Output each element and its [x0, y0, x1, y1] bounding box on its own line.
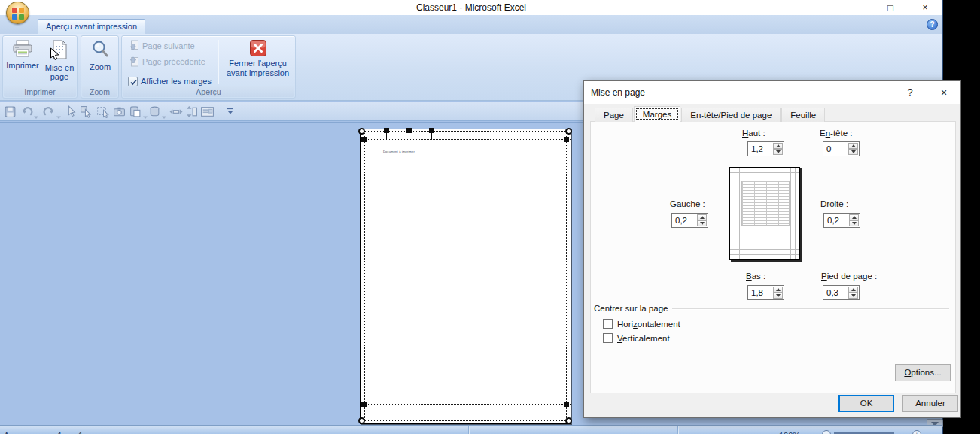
print-button-label: Imprimer: [6, 61, 38, 71]
margin-handle-circle[interactable]: [565, 128, 572, 135]
tab-apercu-avant-impression[interactable]: Aperçu avant impression: [38, 19, 145, 34]
bottom-margin-line[interactable]: [361, 404, 571, 405]
header-margin-line[interactable]: [361, 139, 571, 140]
footer-margin-spinner[interactable]: 0,3: [823, 285, 860, 300]
redo-dropdown-icon[interactable]: [56, 110, 62, 116]
options-button[interactable]: Options...: [895, 364, 951, 381]
column-handle[interactable]: [384, 128, 389, 133]
office-button[interactable]: [6, 2, 29, 24]
close-preview-label: Fermer l'aperçu avant impression: [221, 59, 295, 78]
horizontal-checkbox[interactable]: Horizontalement: [603, 319, 680, 329]
ribbon-group-apercu: Page suivante Page précédente Afficher l…: [121, 35, 296, 99]
column-width-icon[interactable]: [169, 105, 184, 118]
maximize-icon[interactable]: □: [873, 0, 908, 15]
shape-cylinder-icon[interactable]: [148, 105, 161, 118]
column-handle[interactable]: [406, 128, 412, 133]
close-print-preview-button[interactable]: Fermer l'aperçu avant impression: [221, 38, 295, 87]
close-icon[interactable]: ×: [908, 0, 942, 15]
paste-dropdown-icon[interactable]: [142, 110, 148, 116]
horizontal-checkbox-label: Horizontalement: [617, 320, 680, 329]
margin-handle-square[interactable]: [564, 137, 569, 142]
select-objects-icon[interactable]: [80, 105, 93, 118]
prev-page-button[interactable]: Page précédente: [128, 56, 205, 68]
spin-down-icon[interactable]: [773, 149, 783, 155]
margin-handle-square[interactable]: [564, 402, 569, 407]
top-margin-line[interactable]: [361, 131, 571, 132]
spin-down-icon[interactable]: [697, 220, 707, 226]
minimize-icon[interactable]: —: [838, 0, 873, 15]
ribbon-group-imprimer: Imprimer Mise en page: [2, 35, 78, 99]
left-margin-value[interactable]: 0,2: [672, 214, 696, 227]
footer-margin-value[interactable]: 0,3: [823, 286, 848, 299]
top-margin-value[interactable]: 1,2: [748, 142, 772, 156]
show-margins-checkbox[interactable]: Afficher les marges: [128, 75, 212, 87]
tab-feuille[interactable]: Feuille: [781, 108, 825, 122]
column-handle-stem: [431, 133, 432, 140]
right-margin-spinner[interactable]: 0,2: [823, 213, 860, 228]
zoom-in-icon[interactable]: +: [912, 430, 921, 434]
zoom-button[interactable]: Zoom: [83, 38, 117, 71]
spin-down-icon[interactable]: [849, 220, 859, 226]
paste-picture-icon[interactable]: [129, 105, 142, 118]
center-on-page-label: Centrer sur la page: [594, 304, 672, 313]
spin-down-icon[interactable]: [773, 293, 783, 299]
dialog-titlebar[interactable]: Mise en page ? ×: [584, 81, 960, 104]
vertical-checkbox-label: Verticalement: [617, 334, 670, 343]
zoom-out-icon[interactable]: –: [822, 430, 831, 434]
spin-up-icon[interactable]: [848, 287, 858, 293]
print-button[interactable]: Imprimer: [5, 38, 40, 70]
status-zoom-value[interactable]: 100%: [779, 431, 800, 434]
cancel-button[interactable]: Annuler: [902, 395, 958, 412]
top-margin-spinner[interactable]: 1,2: [747, 141, 784, 156]
tab-page[interactable]: Page: [595, 108, 633, 122]
spin-up-icon[interactable]: [773, 143, 783, 149]
margin-handle-circle[interactable]: [565, 417, 572, 424]
dialog-help-icon[interactable]: ?: [900, 85, 920, 100]
left-margin-spinner[interactable]: 0,2: [671, 213, 708, 228]
spin-down-icon[interactable]: [848, 149, 858, 155]
page-setup-button[interactable]: Mise en page: [41, 38, 78, 82]
shape-dropdown-icon[interactable]: [161, 110, 167, 116]
thumb-cell-grid: [741, 181, 790, 226]
ok-button[interactable]: OK: [838, 395, 894, 412]
pointer-icon[interactable]: [65, 105, 78, 118]
spin-up-icon[interactable]: [848, 143, 858, 149]
vertical-checkbox[interactable]: Verticalement: [603, 333, 670, 343]
header-margin-value[interactable]: 0: [823, 142, 848, 156]
right-margin-label: Droite :: [820, 199, 848, 208]
toolbar-overflow-icon[interactable]: [226, 105, 239, 118]
spin-down-icon[interactable]: [848, 293, 858, 299]
dialog-close-icon[interactable]: ×: [932, 85, 956, 100]
spin-up-icon[interactable]: [773, 287, 783, 293]
redo-icon[interactable]: [43, 105, 56, 118]
tab-entete-pied-de-page[interactable]: En-tête/Pied de page: [681, 108, 781, 122]
bottom-margin-value[interactable]: 1,8: [748, 286, 772, 299]
show-margins-label: Afficher les marges: [141, 77, 212, 86]
margin-handle-square[interactable]: [361, 137, 367, 142]
left-margin-line[interactable]: [364, 131, 365, 420]
tab-marges[interactable]: Marges: [634, 106, 680, 122]
column-handle[interactable]: [429, 128, 434, 133]
camera-icon[interactable]: [113, 105, 126, 118]
margin-handle-square[interactable]: [361, 402, 367, 407]
checkbox-unchecked-icon[interactable]: [603, 319, 613, 329]
undo-icon[interactable]: [20, 105, 33, 118]
margin-handle-circle[interactable]: [358, 417, 365, 424]
spin-up-icon[interactable]: [849, 214, 859, 220]
undo-dropdown-icon[interactable]: [33, 110, 39, 116]
margin-handle-circle[interactable]: [358, 128, 365, 135]
header-margin-spinner[interactable]: 0: [823, 141, 860, 156]
save-icon[interactable]: [4, 105, 17, 118]
spin-up-icon[interactable]: [697, 214, 707, 220]
marquee-select-icon[interactable]: [96, 105, 109, 118]
help-icon[interactable]: ?: [927, 19, 938, 30]
checkbox-unchecked-icon[interactable]: [603, 333, 613, 343]
properties-form-icon[interactable]: [200, 105, 215, 118]
next-page-button[interactable]: Page suivante: [128, 40, 195, 52]
footer-margin-line[interactable]: [361, 420, 571, 421]
row-height-icon[interactable]: [185, 105, 198, 118]
bottom-margin-spinner[interactable]: 1,8: [747, 285, 784, 300]
right-margin-line[interactable]: [566, 131, 567, 420]
status-left-text: Aperçu : page 1 sur 1: [4, 431, 83, 434]
right-margin-value[interactable]: 0,2: [824, 214, 848, 227]
